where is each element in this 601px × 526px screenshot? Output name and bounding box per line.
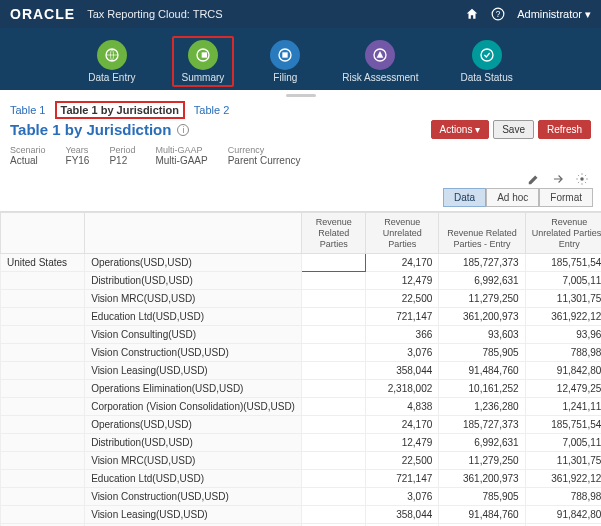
cell[interactable] [301, 416, 365, 434]
cell[interactable]: 2,318,002 [366, 380, 439, 398]
cell[interactable]: 24,170 [366, 416, 439, 434]
table-row[interactable]: Operations Elimination(USD,USD)2,318,002… [1, 380, 602, 398]
col-rev-unrelated-entry[interactable]: Revenue Unrelated Parties - Entry [525, 213, 601, 254]
cell[interactable] [301, 488, 365, 506]
settings-icon[interactable] [575, 172, 589, 186]
cell[interactable] [301, 506, 365, 524]
pov-period[interactable]: P12 [109, 155, 127, 166]
pov-years[interactable]: FY16 [66, 155, 90, 166]
refresh-button[interactable]: Refresh [538, 120, 591, 139]
nav-filing[interactable]: Filing [264, 38, 306, 85]
col-rev-related[interactable]: Revenue Related Parties [301, 213, 365, 254]
cell[interactable]: 11,279,250 [439, 452, 525, 470]
cell[interactable]: 91,484,760 [439, 362, 525, 380]
table-row[interactable]: Corporation (Vision Consolidation)(USD,U… [1, 398, 602, 416]
pov-scenario[interactable]: Actual [10, 155, 38, 166]
table-row[interactable]: Vision Consulting(USD)36693,60393,969(65… [1, 326, 602, 344]
cell[interactable]: 788,981 [525, 488, 601, 506]
cell[interactable]: 361,922,120 [525, 308, 601, 326]
cell[interactable] [301, 452, 365, 470]
cell[interactable]: 785,905 [439, 344, 525, 362]
cell[interactable]: 93,969 [525, 326, 601, 344]
cell[interactable] [301, 290, 365, 308]
tab-table1-jurisdiction[interactable]: Table 1 by Jurisdiction [55, 101, 185, 119]
subtab-adhoc[interactable]: Ad hoc [486, 188, 539, 207]
nav-data-entry[interactable]: Data Entry [82, 38, 141, 85]
table-row[interactable]: Distribution(USD,USD)12,4796,992,6317,00… [1, 434, 602, 452]
cell[interactable]: 7,005,110 [525, 272, 601, 290]
cell[interactable]: 366 [366, 326, 439, 344]
cell[interactable]: 12,479 [366, 434, 439, 452]
cell[interactable]: 358,044 [366, 362, 439, 380]
pov-currency[interactable]: Parent Currency [228, 155, 301, 166]
cell[interactable]: 1,241,118 [525, 398, 601, 416]
cell[interactable]: 7,005,110 [525, 434, 601, 452]
cell[interactable]: 721,147 [366, 308, 439, 326]
cell[interactable]: 3,076 [366, 488, 439, 506]
cell[interactable] [301, 470, 365, 488]
cell[interactable] [301, 308, 365, 326]
cell[interactable]: 10,161,252 [439, 380, 525, 398]
cell[interactable] [301, 398, 365, 416]
help-icon[interactable]: ? [491, 7, 505, 21]
cell[interactable] [301, 380, 365, 398]
cell[interactable]: 6,992,631 [439, 272, 525, 290]
table-row[interactable]: Vision Leasing(USD,USD)358,04491,484,760… [1, 362, 602, 380]
cell[interactable]: 361,922,120 [525, 470, 601, 488]
nav-summary[interactable]: Summary [172, 36, 235, 87]
nav-risk[interactable]: Risk Assessment [336, 38, 424, 85]
cell[interactable]: 358,044 [366, 506, 439, 524]
cell[interactable]: 788,981 [525, 344, 601, 362]
cell[interactable]: 185,751,543 [525, 416, 601, 434]
cell[interactable] [301, 344, 365, 362]
cell[interactable]: 22,500 [366, 290, 439, 308]
cell[interactable]: 6,992,631 [439, 434, 525, 452]
data-grid[interactable]: Revenue Related Parties Revenue Unrelate… [0, 211, 601, 526]
info-icon[interactable]: i [177, 124, 189, 136]
cell[interactable]: 185,727,373 [439, 416, 525, 434]
table-row[interactable]: Education Ltd(USD,USD)721,147361,200,973… [1, 470, 602, 488]
col-rev-related-entry[interactable]: Revenue Related Parties - Entry [439, 213, 525, 254]
cell[interactable] [301, 362, 365, 380]
cell[interactable]: 91,842,804 [525, 506, 601, 524]
cell[interactable] [301, 254, 365, 272]
cell[interactable]: 11,301,750 [525, 452, 601, 470]
cell[interactable]: 91,842,804 [525, 362, 601, 380]
table-row[interactable]: Vision Leasing(USD,USD)358,04491,484,760… [1, 506, 602, 524]
subtab-data[interactable]: Data [443, 188, 486, 207]
drag-handle[interactable] [0, 90, 601, 100]
cell[interactable]: 185,751,543 [525, 254, 601, 272]
edit-icon[interactable] [527, 172, 541, 186]
cell[interactable]: 93,603 [439, 326, 525, 344]
cell[interactable]: 785,905 [439, 488, 525, 506]
cell[interactable]: 185,727,373 [439, 254, 525, 272]
cell[interactable]: 24,170 [366, 254, 439, 272]
actions-button[interactable]: Actions ▾ [431, 120, 490, 139]
cell[interactable]: 12,479 [366, 272, 439, 290]
subtab-format[interactable]: Format [539, 188, 593, 207]
col-rev-unrelated[interactable]: Revenue Unrelated Parties [366, 213, 439, 254]
cell[interactable]: 361,200,973 [439, 308, 525, 326]
submit-icon[interactable] [551, 172, 565, 186]
cell[interactable]: 4,838 [366, 398, 439, 416]
nav-status[interactable]: Data Status [454, 38, 518, 85]
table-row[interactable]: Vision Construction(USD,USD)3,076785,905… [1, 488, 602, 506]
cell[interactable] [301, 326, 365, 344]
table-row[interactable]: Education Ltd(USD,USD)721,147361,200,973… [1, 308, 602, 326]
cell[interactable]: 91,484,760 [439, 506, 525, 524]
cell[interactable]: 11,279,250 [439, 290, 525, 308]
save-button[interactable]: Save [493, 120, 534, 139]
table-row[interactable]: Vision Construction(USD,USD)3,076785,905… [1, 344, 602, 362]
cell[interactable]: 721,147 [366, 470, 439, 488]
pov-multigaap[interactable]: Multi-GAAP [155, 155, 207, 166]
home-icon[interactable] [465, 7, 479, 21]
table-row[interactable]: Vision MRC(USD,USD)22,50011,279,25011,30… [1, 452, 602, 470]
cell[interactable] [301, 434, 365, 452]
table-row[interactable]: Distribution(USD,USD)12,4796,992,6317,00… [1, 272, 602, 290]
cell[interactable]: 11,301,750 [525, 290, 601, 308]
tab-table1[interactable]: Table 1 [10, 104, 45, 116]
cell[interactable]: 3,076 [366, 344, 439, 362]
cell[interactable]: 361,200,973 [439, 470, 525, 488]
tab-table2[interactable]: Table 2 [194, 104, 229, 116]
cell[interactable]: 1,236,280 [439, 398, 525, 416]
